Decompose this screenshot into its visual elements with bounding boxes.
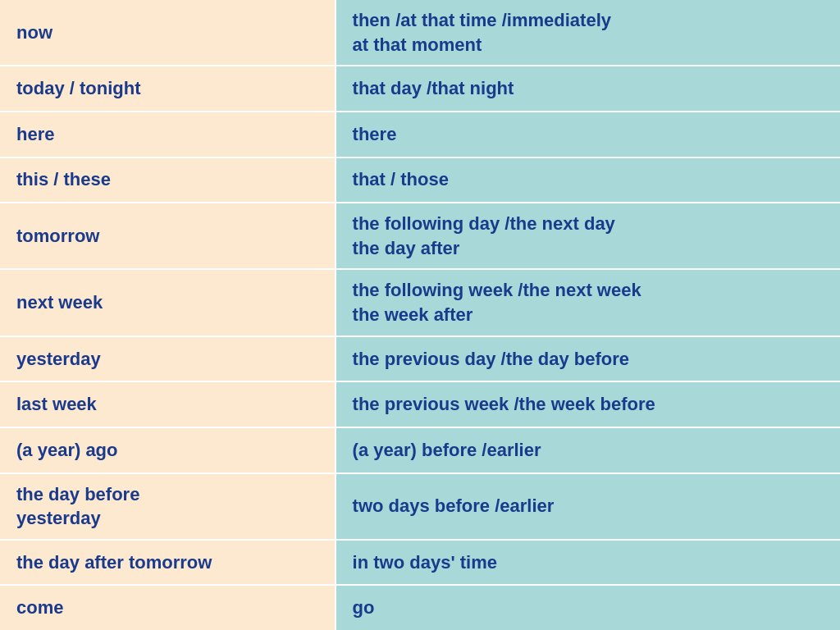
table-row: yesterdaythe previous day /the day befor…: [0, 337, 840, 383]
cell-right-text-10: in two days' time: [353, 550, 497, 575]
cell-right-text-7: the previous week /the week before: [353, 392, 655, 417]
table-row: the day after tomorrowin two days' time: [0, 541, 840, 587]
table-row: tomorrowthe following day /the next day …: [0, 203, 840, 270]
cell-left-text-4: tomorrow: [16, 224, 99, 249]
cell-right-text-11: go: [353, 596, 375, 620]
cell-left-text-2: here: [16, 122, 54, 147]
cell-left-text-9: the day before yesterday: [16, 482, 139, 531]
cell-left-8: (a year) ago: [0, 428, 336, 472]
cell-right-text-8: (a year) before /earlier: [353, 438, 541, 463]
cell-left-4: tomorrow: [0, 203, 336, 268]
cell-right-8: (a year) before /earlier: [336, 428, 840, 472]
cell-left-text-1: today / tonight: [16, 76, 141, 101]
cell-right-text-0: then /at that time /immediately at that …: [353, 8, 611, 57]
table-row: the day before yesterdaytwo days before …: [0, 474, 840, 541]
cell-left-2: here: [0, 112, 336, 157]
cell-right-text-6: the previous day /the day before: [353, 347, 629, 372]
cell-right-0: then /at that time /immediately at that …: [336, 0, 840, 65]
table-row: next weekthe following week /the next we…: [0, 270, 840, 336]
cell-right-text-5: the following week /the next week the we…: [353, 278, 641, 326]
table-row: comego: [0, 586, 840, 630]
cell-right-text-3: that / those: [353, 167, 449, 192]
cell-left-11: come: [0, 586, 336, 630]
cell-left-text-8: (a year) ago: [16, 438, 118, 463]
cell-right-3: that / those: [336, 158, 840, 203]
cell-left-text-10: the day after tomorrow: [16, 550, 212, 575]
table-row: today / tonightthat day /that night: [0, 66, 840, 112]
cell-right-6: the previous day /the day before: [336, 337, 840, 381]
cell-right-text-4: the following day /the next day the day …: [353, 212, 615, 260]
cell-right-text-2: there: [353, 122, 397, 147]
cell-right-text-9: two days before /earlier: [353, 494, 555, 518]
cell-left-5: next week: [0, 270, 336, 335]
cell-left-text-5: next week: [16, 290, 103, 315]
cell-right-9: two days before /earlier: [336, 474, 840, 539]
cell-right-11: go: [336, 586, 840, 630]
main-table: nowthen /at that time /immediately at th…: [0, 0, 840, 630]
table-row: this / thesethat / those: [0, 158, 840, 204]
cell-left-0: now: [0, 0, 336, 65]
cell-right-7: the previous week /the week before: [336, 382, 840, 427]
cell-left-9: the day before yesterday: [0, 474, 336, 539]
cell-left-3: this / these: [0, 158, 336, 203]
cell-left-text-11: come: [16, 596, 63, 620]
cell-right-text-1: that day /that night: [353, 76, 514, 101]
cell-left-text-6: yesterday: [16, 347, 101, 372]
cell-left-6: yesterday: [0, 337, 336, 381]
cell-left-text-0: now: [16, 21, 52, 45]
cell-left-10: the day after tomorrow: [0, 541, 336, 585]
table-row: last weekthe previous week /the week bef…: [0, 382, 840, 428]
table-row: nowthen /at that time /immediately at th…: [0, 0, 840, 66]
cell-left-1: today / tonight: [0, 66, 336, 111]
cell-right-10: in two days' time: [336, 541, 840, 585]
cell-left-7: last week: [0, 382, 336, 427]
table-row: (a year) ago(a year) before /earlier: [0, 428, 840, 474]
cell-left-text-7: last week: [16, 392, 97, 417]
cell-right-2: there: [336, 112, 840, 157]
table-row: herethere: [0, 112, 840, 158]
cell-left-text-3: this / these: [16, 167, 111, 192]
cell-right-1: that day /that night: [336, 66, 840, 111]
cell-right-4: the following day /the next day the day …: [336, 203, 840, 268]
cell-right-5: the following week /the next week the we…: [336, 270, 840, 335]
